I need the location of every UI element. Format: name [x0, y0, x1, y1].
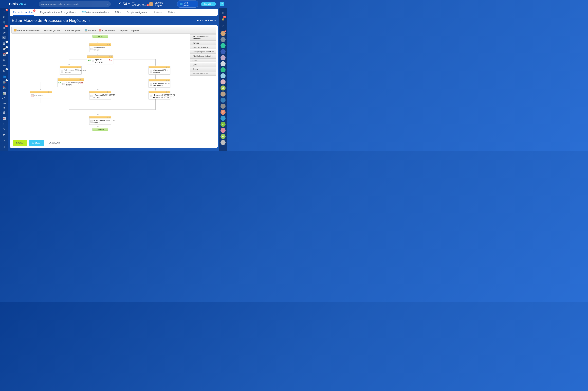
- user-name[interactable]: Carolina Borges: [155, 1, 171, 7]
- palette-item[interactable]: Outro: [190, 67, 216, 71]
- palette-item[interactable]: Drive: [190, 63, 216, 67]
- rail-mail-icon[interactable]: ✉2: [2, 69, 6, 73]
- palette-item[interactable]: Tarefas: [190, 41, 216, 45]
- contact-avatar[interactable]: 1: [221, 31, 226, 36]
- contact-avatar[interactable]: VB: [221, 86, 226, 91]
- contact-avatar[interactable]: VB: [221, 122, 226, 127]
- rail-map-icon[interactable]: ⬚: [2, 122, 6, 125]
- close-icon[interactable]: ✕: [109, 44, 110, 45]
- rail-cc[interactable]: CC: [2, 32, 6, 34]
- rail-filter-icon[interactable]: ≡8: [2, 10, 6, 13]
- contact-avatar[interactable]: [221, 104, 226, 109]
- tab-soluções-automatizad[interactable]: NOVOSoluções automatizadas▾: [82, 9, 109, 16]
- contact-avatar[interactable]: [221, 98, 226, 103]
- gear-icon[interactable]: ⚙: [166, 66, 168, 68]
- tb-gconst[interactable]: Constantes globais: [63, 29, 82, 32]
- rail-sitemap-icon[interactable]: ⋔: [2, 145, 6, 149]
- rail-kb-icon[interactable]: 📚: [2, 86, 6, 89]
- contact-avatar[interactable]: [221, 49, 226, 54]
- tab-regras-de-automação-[interactable]: Regras de automação e gatilhos▾: [40, 9, 76, 16]
- tb-gvars[interactable]: Variáveis globais: [44, 29, 60, 32]
- switch-icon[interactable]: ⇄: [24, 3, 26, 5]
- node-edit-list[interactable]: ⚙✕ {=Document:ID}Editar item da lista: [149, 79, 170, 88]
- search-icon[interactable]: ⌕: [221, 23, 225, 28]
- rail-crm-icon[interactable]: ▥43: [2, 26, 6, 29]
- apply-button[interactable]: APLICAR: [29, 140, 44, 146]
- close-icon[interactable]: ✕: [109, 116, 110, 118]
- palette-item[interactable]: Processamento de Elemento: [190, 34, 216, 41]
- close-icon[interactable]: ✕: [82, 79, 83, 81]
- save-button[interactable]: SALVAR: [13, 140, 27, 146]
- min-icon[interactable]: –: [77, 79, 79, 81]
- gear-icon[interactable]: ⚙: [107, 44, 108, 45]
- rail-group-icon[interactable]: 👥: [2, 75, 6, 78]
- palette-item[interactable]: Configurações Interativas: [190, 50, 216, 54]
- work-status[interactable]: ⚑2 ◉TRABALHAN...1: [132, 2, 149, 6]
- gear-icon[interactable]: ⚙: [47, 91, 49, 93]
- node-date-email[interactable]: ⚙✕ {=Document:DATE_CREATE de email: [89, 91, 111, 99]
- bell-icon[interactable]: 🔔99+: [221, 17, 225, 21]
- node-email[interactable]: ⚙✕ {=Document:ID}Mensagem de email: [60, 66, 82, 75]
- bp-canvas[interactable]: Iniciar ⚙✕ Notificação do usuário –⚙✕ Si…: [11, 34, 216, 138]
- palette-item[interactable]: Minhas Atividades: [190, 72, 216, 76]
- contact-avatar[interactable]: [221, 67, 226, 72]
- rail-chart-icon[interactable]: 📈: [2, 117, 6, 120]
- close-icon[interactable]: ✕: [50, 91, 51, 93]
- node-approve[interactable]: –⚙✕ SimAprovar elementoNão: [87, 55, 113, 64]
- contact-avatar[interactable]: [221, 116, 226, 121]
- close-icon[interactable]: ✕: [168, 91, 170, 93]
- node-read[interactable]: ⚙✕ {=Document:ID}Ler elemento: [149, 66, 170, 75]
- tab-mais[interactable]: Mais▾: [168, 9, 175, 16]
- close-icon[interactable]: ✕: [168, 79, 170, 81]
- contact-avatar[interactable]: [221, 61, 226, 66]
- node-setstatus[interactable]: ⚙✕ Set Status: [30, 91, 52, 98]
- rail-site-icon[interactable]: ▦4: [2, 42, 6, 45]
- rail-drive-icon[interactable]: ▬: [2, 64, 6, 67]
- tab-rpa[interactable]: RPA▾: [115, 9, 121, 16]
- tab-scripts-inteligentes[interactable]: Scripts inteligentes▾: [127, 9, 149, 16]
- chevron-down-icon[interactable]: ▾: [172, 3, 173, 5]
- tab-fluxos-de-trabalho[interactable]: Fluxos de trabalho▾1: [13, 9, 34, 16]
- node-start[interactable]: Iniciar: [92, 35, 108, 38]
- copilot-icon[interactable]: ◌: [221, 10, 225, 15]
- node-approve2[interactable]: –⚙✕ Sim{=Document:ID}Aprovar elementoNão: [58, 78, 84, 87]
- rail-calendar-icon[interactable]: 📅1: [2, 53, 6, 56]
- rail-target-icon[interactable]: ◎: [2, 15, 6, 18]
- gear-icon[interactable]: ⚙: [107, 91, 108, 93]
- rail-code-icon[interactable]: </>: [2, 97, 6, 100]
- back-link[interactable]: ↶VOLTAR À LISTA: [197, 19, 216, 22]
- tab-listas[interactable]: Listas▾: [154, 9, 162, 16]
- plan-button[interactable]: Meu plano▾: [177, 0, 198, 7]
- contact-avatar[interactable]: P2: [221, 134, 226, 139]
- contact-avatar[interactable]: PB: [221, 110, 226, 115]
- contact-avatar[interactable]: [221, 92, 226, 97]
- tb-export[interactable]: Exportar: [119, 29, 128, 32]
- global-search[interactable]: procurar pessoas, documentos, e mais ⌕: [39, 1, 111, 7]
- contact-avatar[interactable]: [221, 55, 226, 60]
- rail-chat-icon[interactable]: 💬1: [2, 47, 6, 50]
- node-prop2[interactable]: ⚙✕ {=Document:PROPERTY_IS elemento: [89, 116, 111, 125]
- contact-avatar[interactable]: [221, 140, 226, 145]
- tb-params[interactable]: Parâmetros de Modelos: [14, 29, 41, 32]
- close-icon[interactable]: ✕: [111, 56, 113, 58]
- rail-bank-icon[interactable]: 🏛: [2, 111, 6, 114]
- palette-item[interactable]: Controle de Fluxo: [190, 45, 216, 49]
- close-icon[interactable]: ✕: [109, 91, 110, 93]
- gear-icon[interactable]: ⚙: [166, 79, 168, 81]
- rail-stats-icon[interactable]: 📊: [2, 92, 6, 95]
- rail-am[interactable]: AM: [2, 102, 6, 104]
- contact-avatar[interactable]: [221, 43, 226, 48]
- invite-button[interactable]: Convidar: [201, 2, 216, 6]
- gear-icon[interactable]: ⚙: [109, 56, 110, 58]
- rail-ps[interactable]: PS: [2, 107, 6, 109]
- gear-icon[interactable]: ⚙: [79, 79, 81, 81]
- gear-icon[interactable]: ⚙: [77, 66, 79, 68]
- close-icon[interactable]: ✕: [168, 66, 170, 68]
- rail-bot-icon[interactable]: 🤖1: [2, 81, 6, 84]
- node-notify[interactable]: ⚙✕ Notificação do usuário: [89, 43, 111, 52]
- palette-item[interactable]: Atividades do Aplicativo: [190, 54, 216, 58]
- close-icon[interactable]: ✕: [79, 66, 81, 68]
- contact-avatar[interactable]: [221, 37, 226, 42]
- help-button[interactable]: ?: [220, 2, 224, 6]
- rail-doc-icon[interactable]: ▤: [2, 58, 6, 62]
